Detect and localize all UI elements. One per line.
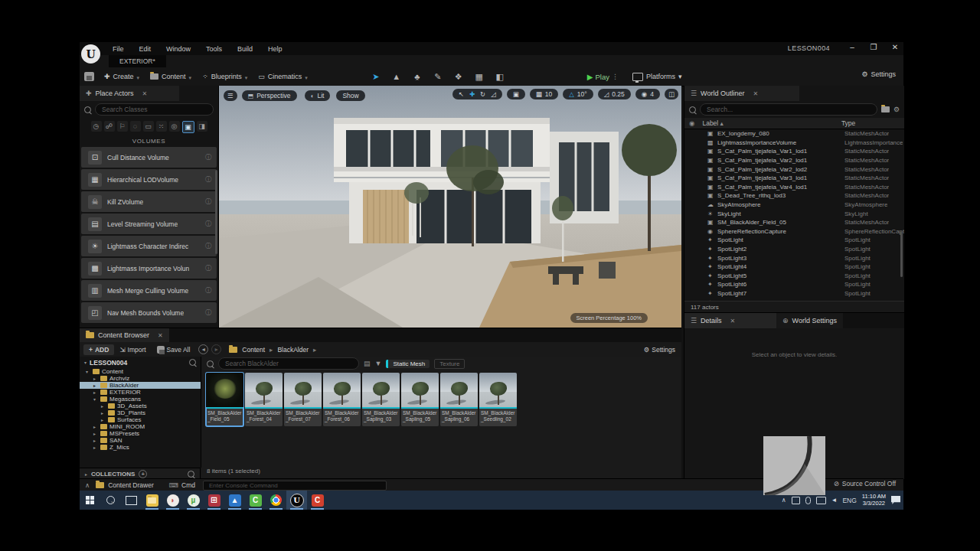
create-button[interactable]: ✚Create▾ xyxy=(99,70,145,83)
surface-snap-button[interactable]: ▣ xyxy=(507,89,525,99)
scale-snap-button[interactable]: ◿0.25 xyxy=(598,89,631,99)
start-button[interactable] xyxy=(80,491,100,510)
menu-item[interactable]: Help xyxy=(261,44,289,54)
save-level-icon[interactable] xyxy=(84,72,94,81)
place-actors-search-input[interactable] xyxy=(100,105,208,114)
forward-button[interactable]: ► xyxy=(211,344,221,354)
tree-folder-item[interactable]: ▸ Archviz xyxy=(80,375,201,382)
mic-icon[interactable] xyxy=(805,497,811,504)
asset-tile[interactable]: SM_BlackAlder _Forest_06 xyxy=(323,373,361,426)
tree-folder-item[interactable]: ▸ EXTERIOR xyxy=(80,389,201,396)
show-button[interactable]: Show xyxy=(336,90,364,101)
back-button[interactable]: ◄ xyxy=(198,344,208,354)
actor-category-icon[interactable]: ◷ xyxy=(91,121,102,132)
outliner-row[interactable]: ✦ SpotLight7 SpotLight xyxy=(684,289,904,298)
task-view-button[interactable] xyxy=(121,491,142,510)
level-viewport[interactable]: ☰ ⬒Perspective ◐Lit Show ↖ ✚ ↻ ◿ ▣ ▦10 △… xyxy=(219,86,681,328)
maximize-viewport-button[interactable]: ◫ xyxy=(665,89,678,99)
outliner-scrollbar[interactable] xyxy=(900,231,903,277)
volume-list-item[interactable]: ⊡ Cull Distance Volume ⓘ xyxy=(81,147,217,168)
content-drawer-button[interactable]: Content Drawer xyxy=(108,481,154,489)
tree-folder-item[interactable]: ▸ Z_Mics xyxy=(80,444,201,451)
tree-folder-item[interactable]: ▾ Megascans xyxy=(80,396,201,403)
close-icon[interactable]: ✕ xyxy=(142,90,148,97)
rotation-snap-button[interactable]: △10° xyxy=(563,89,593,99)
import-button[interactable]: ⇲Import xyxy=(114,344,151,355)
play-button[interactable]: Play xyxy=(595,73,609,81)
actor-category-icon[interactable]: ◨ xyxy=(197,121,207,132)
close-button[interactable]: ✕ xyxy=(890,43,900,51)
move-tool-icon[interactable]: ✚ xyxy=(469,90,475,98)
asset-tile[interactable]: SM_BlackAlder _Seedling_02 xyxy=(479,373,517,426)
notifications-icon[interactable] xyxy=(891,496,900,504)
tray-chevron-icon[interactable]: ∧ xyxy=(782,497,786,504)
viewport-options-button[interactable]: ☰ xyxy=(224,90,237,101)
actor-category-icon[interactable]: ⁙ xyxy=(156,121,167,132)
world-outliner-tab[interactable]: ☰ World Outliner ✕ xyxy=(684,86,799,101)
outliner-row[interactable]: ✦ SpotLight6 SpotLight xyxy=(684,280,904,289)
unreal-engine-taskbar-icon[interactable]: U xyxy=(286,491,307,510)
outliner-row[interactable]: ▣ S_Cat_Palm_tjejafeia_Var2_lod1 StaticM… xyxy=(684,156,904,165)
breadcrumb-blackalder[interactable]: BlackAlder xyxy=(277,346,309,354)
outliner-row[interactable]: ▣ S_Cat_Palm_tjejafeia_Var4_lod1 StaticM… xyxy=(684,183,904,192)
outliner-row[interactable]: ▣ S_Cat_Palm_tjejafeia_Var1_lod1 StaticM… xyxy=(684,147,904,156)
tree-folder-item[interactable]: ▸ 3D_Plants xyxy=(80,409,201,416)
modeling-mode-icon[interactable]: ▦ xyxy=(473,72,485,82)
tree-folder-item[interactable]: ▾ Content xyxy=(80,368,201,375)
platforms-button[interactable]: Platforms▾ xyxy=(632,73,682,81)
foliage-mode-icon[interactable]: ♣ xyxy=(411,72,423,82)
tree-folder-item[interactable]: ▸ MINI_ROOM xyxy=(80,423,201,430)
asset-tile[interactable]: SM_BlackAlder _Sapling_06 xyxy=(440,373,478,426)
grid-snap-button[interactable]: ▦10 xyxy=(530,89,559,99)
landscape-mode-icon[interactable]: ▲ xyxy=(390,72,403,82)
tree-folder-item[interactable]: ▸ MSPresets xyxy=(80,430,201,437)
lit-button[interactable]: ◐Lit xyxy=(305,90,331,101)
outliner-row[interactable]: ▩ LightmassImportanceVolume LightmassImp… xyxy=(684,139,904,148)
cinematics-button[interactable]: ▭Cinematics▾ xyxy=(253,70,313,83)
actor-category-icon[interactable]: ▣ xyxy=(182,121,194,133)
outliner-row[interactable]: ▣ S_Cat_Palm_tjejafeia_Var3_lod1 StaticM… xyxy=(684,174,904,183)
menu-item[interactable]: Tools xyxy=(199,44,229,54)
asset-tile[interactable]: SM_BlackAlder _Sapling_05 xyxy=(401,373,439,426)
asset-search-input[interactable] xyxy=(224,359,354,368)
content-browser-settings-button[interactable]: ⚙ Settings xyxy=(644,346,675,354)
animation-mode-icon[interactable]: ◧ xyxy=(494,72,506,82)
asset-tile[interactable]: SM_BlackAlder _Forest_07 xyxy=(284,373,322,426)
actor-category-icon[interactable]: ▭ xyxy=(143,121,154,132)
outliner-row[interactable]: ✦ SpotLight2 SpotLight xyxy=(684,245,904,254)
volume-icon[interactable]: ◄ xyxy=(831,497,838,504)
outliner-row[interactable]: ☁ SkyAtmosphere SkyAtmosphere xyxy=(684,201,904,210)
outliner-row[interactable]: ☀ SkyLight SkyLight xyxy=(684,209,904,218)
search-icon[interactable] xyxy=(189,359,196,366)
maximize-button[interactable]: ❐ xyxy=(868,43,879,51)
place-actors-tab[interactable]: ✚ Place Actors ✕ xyxy=(80,86,179,101)
display-icon[interactable] xyxy=(816,497,826,504)
breadcrumb-content[interactable]: Content xyxy=(242,346,265,354)
console-input[interactable] xyxy=(207,481,382,490)
volume-list-item[interactable]: ▤ Level Streaming Volume ⓘ xyxy=(81,214,217,234)
asset-tile[interactable]: SM_BlackAlder _Field_05 xyxy=(206,373,243,426)
asset-tile[interactable]: SM_BlackAlder _Forest_04 xyxy=(245,373,283,426)
fracture-mode-icon[interactable]: ❖ xyxy=(452,72,465,82)
volume-list-item[interactable]: ◰ Nav Mesh Bounds Volume ⓘ xyxy=(81,302,217,323)
outliner-row[interactable]: ✦ SpotLight SpotLight xyxy=(684,236,904,245)
new-folder-icon[interactable] xyxy=(881,106,890,112)
outliner-row[interactable]: ▣ SM_BlackAlder_Field_05 StaticMeshActor xyxy=(684,218,904,227)
menu-item[interactable]: Edit xyxy=(132,44,158,54)
save-search-icon[interactable]: ▤ xyxy=(364,360,371,367)
menu-item[interactable]: Build xyxy=(230,44,260,54)
tree-folder-item[interactable]: ▸ 3D_Assets xyxy=(80,403,201,409)
battery-icon[interactable] xyxy=(792,497,800,504)
play-options-icon[interactable]: ⋮ xyxy=(612,73,619,80)
actor-category-icon[interactable]: ⚐ xyxy=(117,121,128,132)
taskbar-clock[interactable]: 11:10 AM 3/3/2022 xyxy=(862,494,886,507)
outliner-row[interactable]: ◉ SphereReflectionCapture SphereReflecti… xyxy=(684,227,904,236)
console-command-field[interactable] xyxy=(203,481,387,491)
save-all-button[interactable]: Save All xyxy=(152,344,196,355)
collections-bar[interactable]: ▸ COLLECTIONS + xyxy=(80,468,201,479)
play-icon[interactable]: ▶ xyxy=(587,73,593,81)
blueprints-button[interactable]: ⁘Blueprints▾ xyxy=(197,70,253,83)
volume-list-item[interactable]: ▩ Lightmass Importance Volun ⓘ xyxy=(81,258,217,279)
outliner-row[interactable]: ▣ EX_longdemy_080 StaticMeshActor xyxy=(684,129,904,139)
actor-category-icon[interactable]: ◎ xyxy=(169,121,180,132)
